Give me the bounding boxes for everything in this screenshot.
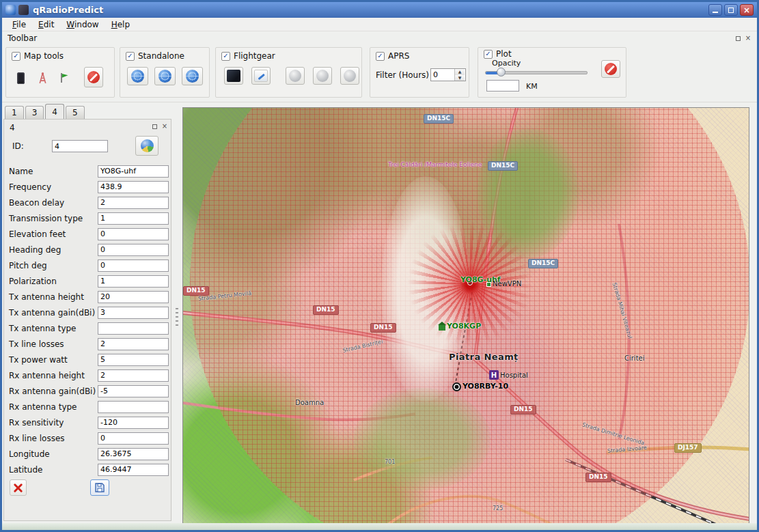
field-input-pitch-deg[interactable] xyxy=(98,260,169,272)
field-row: Elevation feet xyxy=(4,226,171,242)
checkbox-flightgear[interactable]: ✓ Flightgear xyxy=(221,51,275,61)
minimize-icon xyxy=(713,12,718,13)
field-input-heading-deg[interactable] xyxy=(98,244,169,256)
field-row: Beacon delay xyxy=(4,195,171,210)
flightgear-launch-button[interactable] xyxy=(224,67,243,85)
field-input-tx-antenna-gain[interactable] xyxy=(98,307,169,319)
flightgear-connect-button-3[interactable] xyxy=(340,67,359,85)
coverage-map[interactable]: H DN15CDN15CDN15CDN15DN15DN15DN15DN15DJ1… xyxy=(182,107,749,524)
map-label: Ciritei xyxy=(624,354,645,362)
id-input[interactable] xyxy=(52,140,108,152)
field-row: Tx antenna type xyxy=(4,320,171,336)
maximize-button[interactable] xyxy=(724,4,738,16)
delete-station-button[interactable] xyxy=(10,479,27,496)
checkbox-standalone[interactable]: ✓ Standalone xyxy=(126,51,184,61)
app-window: qRadioPredict × File Edit Window Help To… xyxy=(0,0,759,532)
field-input-tx-line-losses[interactable] xyxy=(98,338,169,350)
map-label: 725 xyxy=(493,506,503,512)
field-row: Polarization xyxy=(4,273,171,289)
splitter-grip[interactable] xyxy=(176,308,178,326)
spin-down-icon[interactable]: ▼ xyxy=(455,75,465,81)
field-label: Rx antenna height xyxy=(9,371,98,380)
station-marker-yo8rby xyxy=(452,382,461,391)
spin-up-icon[interactable]: ▲ xyxy=(455,69,465,75)
field-input-latitude[interactable] xyxy=(98,464,169,476)
save-station-button[interactable] xyxy=(90,479,109,496)
checkbox-label: Map tools xyxy=(24,51,64,61)
distance-input[interactable] xyxy=(486,80,519,92)
disabled-orb-icon xyxy=(316,70,329,82)
checkbox-map-tools[interactable]: ✓ Map tools xyxy=(12,51,64,61)
field-input-transmission-type[interactable] xyxy=(98,212,169,225)
field-label: Tx antenna height xyxy=(9,292,98,302)
dock-float-icon[interactable] xyxy=(734,35,741,42)
menu-help[interactable]: Help xyxy=(105,18,136,31)
flag-button[interactable] xyxy=(55,67,73,89)
tab-3[interactable]: 3 xyxy=(25,106,44,119)
flightgear-icon xyxy=(227,70,240,82)
field-input-tx-antenna-height[interactable] xyxy=(98,291,169,303)
checkbox-label: APRS xyxy=(388,51,409,61)
panel-float-icon[interactable] xyxy=(151,123,158,130)
field-label: Rx line losses xyxy=(9,434,98,443)
filter-hours-input[interactable] xyxy=(431,69,454,81)
standalone-globe-button-3[interactable] xyxy=(182,67,203,85)
field-input-rx-line-losses[interactable] xyxy=(98,432,169,445)
tab-5[interactable]: 5 xyxy=(66,106,85,119)
map-label: DN15C xyxy=(528,259,558,268)
clear-tools-button[interactable] xyxy=(84,67,103,87)
flightgear-edit-button[interactable] xyxy=(251,67,271,85)
standalone-globe-button-1[interactable] xyxy=(127,67,148,85)
station-tabbar: 1 3 4 5 xyxy=(5,104,86,119)
map-label: DN15C xyxy=(488,161,518,171)
map-label: DN15 xyxy=(585,473,611,482)
flag-icon xyxy=(58,72,70,84)
tab-4[interactable]: 4 xyxy=(45,104,64,119)
field-label: Beacon delay xyxy=(9,198,98,208)
field-input-rx-antenna-gain[interactable] xyxy=(98,385,169,397)
field-label: Transmission type xyxy=(9,214,98,223)
field-input-tx-antenna-type[interactable] xyxy=(98,322,169,335)
flightgear-connect-button-2[interactable] xyxy=(313,67,332,85)
close-button[interactable]: × xyxy=(740,4,754,16)
field-input-rx-antenna-height[interactable] xyxy=(98,369,169,382)
field-label: Rx antenna type xyxy=(9,402,98,412)
field-input-frequency[interactable] xyxy=(98,181,169,193)
checkbox-aprs[interactable]: ✓ APRS xyxy=(376,51,409,61)
save-icon xyxy=(94,482,105,493)
opacity-slider[interactable] xyxy=(485,68,588,77)
standalone-globe-button-2[interactable] xyxy=(154,67,176,85)
clear-plot-button[interactable] xyxy=(601,60,620,78)
disabled-orb-icon xyxy=(344,70,356,82)
map-label: Doamna xyxy=(295,399,324,406)
menu-edit[interactable]: Edit xyxy=(32,18,60,31)
checkbox-icon: ✓ xyxy=(12,52,20,61)
field-input-tx-power-watt[interactable] xyxy=(98,354,169,366)
slider-handle[interactable] xyxy=(497,68,506,76)
field-input-name[interactable] xyxy=(98,165,169,178)
menu-file[interactable]: File xyxy=(6,18,32,31)
coverage-forest-patch xyxy=(354,388,491,490)
tab-1[interactable]: 1 xyxy=(5,106,24,119)
flightgear-connect-button-1[interactable] xyxy=(286,67,305,85)
menu-window[interactable]: Window xyxy=(60,18,105,31)
group-map-tools: ✓ Map tools xyxy=(5,47,115,98)
mobile-station-button[interactable] xyxy=(12,67,29,89)
fixed-station-button[interactable] xyxy=(33,67,51,89)
field-row: Name xyxy=(4,163,171,179)
field-input-beacon-delay[interactable] xyxy=(98,197,169,209)
titlebar: qRadioPredict × xyxy=(2,2,757,18)
field-input-rx-sensitivity[interactable] xyxy=(98,417,169,429)
field-input-elevation-feet[interactable] xyxy=(98,228,169,240)
checkbox-plot[interactable]: ✓ Plot xyxy=(484,49,512,59)
field-input-longitude[interactable] xyxy=(98,448,169,460)
panel-close-icon[interactable]: × xyxy=(161,123,168,130)
show-on-map-button[interactable] xyxy=(135,136,158,156)
field-input-polarization[interactable] xyxy=(98,275,169,288)
globe-icon xyxy=(186,70,199,83)
dock-close-icon[interactable]: × xyxy=(745,35,751,42)
minimize-button[interactable] xyxy=(708,4,722,16)
field-input-rx-antenna-type[interactable] xyxy=(98,401,169,413)
map-label: Piatra Neamț xyxy=(449,352,519,362)
field-label: Rx antenna gain(dBi) xyxy=(9,387,98,396)
